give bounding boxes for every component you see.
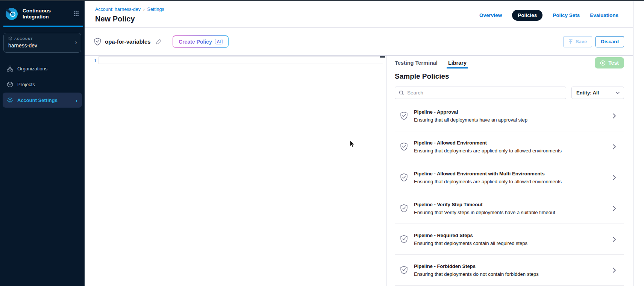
policy-list: Pipeline - Approval Ensuring that all de… (395, 100, 624, 286)
search-icon (399, 90, 404, 96)
product-name-line2: Integration (23, 14, 74, 20)
sidebar: Continuous Integration ACCOUNT harness-d… (0, 0, 85, 286)
sidebar-item-label: Projects (17, 82, 35, 87)
search-box[interactable] (395, 87, 566, 99)
account-name: harness-dev (8, 43, 76, 49)
policy-title: Pipeline - Verify Step Timeout (414, 202, 555, 207)
chevron-down-icon (615, 91, 620, 94)
tab-policy-sets[interactable]: Policy Sets (553, 12, 580, 18)
create-policy-button[interactable]: Create Policy AI (173, 35, 229, 48)
discard-button[interactable]: Discard (596, 36, 624, 47)
policy-texts: Pipeline - Required Steps Ensuring that … (414, 233, 527, 246)
policy-description: Ensuring that Verify steps in deployment… (414, 210, 555, 215)
policy-description: Ensuring that deployments contain all re… (414, 240, 527, 246)
policy-code-editor[interactable]: 1 (85, 56, 386, 286)
policy-texts: Pipeline - Approval Ensuring that all de… (414, 109, 527, 123)
policy-description: Ensuring that deployments do not contain… (414, 271, 539, 277)
policy-title: Pipeline - Allowed Environment with Mult… (414, 171, 562, 176)
editor-current-line[interactable] (98, 56, 383, 64)
module-switcher-icon[interactable] (74, 11, 79, 17)
policy-shield-icon (400, 204, 408, 213)
policy-toolbar: opa-for-variables Create Policy AI (85, 28, 633, 56)
sample-policies-heading: Sample Policies (395, 72, 624, 82)
app-root: Continuous Integration ACCOUNT harness-d… (0, 0, 644, 286)
create-policy-label: Create Policy (179, 39, 212, 45)
product-name-line1: Continuous (23, 8, 74, 14)
policy-list-item[interactable]: Pipeline - Required Steps Ensuring that … (395, 224, 624, 255)
chevron-right-icon: › (75, 39, 77, 46)
projects-icon (7, 81, 13, 88)
policy-texts: Pipeline - Allowed Environment Ensuring … (414, 140, 562, 154)
entity-filter-value: Entity: All (576, 90, 599, 96)
policy-texts: Pipeline - Verify Step Timeout Ensuring … (414, 202, 555, 215)
policy-list-item[interactable]: Pipeline - Allowed Environment with Mult… (395, 162, 624, 193)
breadcrumb-account-link[interactable]: Account: harness-dev (95, 7, 141, 12)
policy-description: Ensuring that all deployments have an ap… (414, 117, 527, 123)
sidebar-item-label: Account Settings (17, 97, 58, 103)
search-input[interactable] (407, 90, 562, 96)
chevron-right-icon[interactable] (606, 267, 623, 273)
test-button[interactable]: Test (595, 57, 624, 68)
content-row: 1 Testing Terminal Library Test (85, 56, 633, 286)
policy-list-item[interactable]: Pipeline - Verify Step Timeout Ensuring … (395, 193, 624, 224)
policy-title: Pipeline - Required Steps (414, 233, 527, 238)
policy-shield-icon (400, 142, 408, 151)
breadcrumb-separator: › (143, 7, 145, 12)
sidebar-header: Continuous Integration (0, 0, 85, 26)
sidebar-nav: Organizations Projects (0, 61, 85, 108)
filter-row: Entity: All (395, 87, 624, 99)
chevron-right-icon[interactable] (606, 113, 623, 119)
account-selector[interactable]: ACCOUNT harness-dev › (3, 33, 81, 53)
policy-description: Ensuring that deployments are applied on… (414, 179, 562, 184)
sidebar-item-organizations[interactable]: Organizations (3, 61, 82, 76)
policy-texts: Pipeline - Forbidden Steps Ensuring that… (414, 263, 539, 277)
policy-list-item[interactable]: Pipeline - Approval Ensuring that all de… (395, 100, 624, 131)
tab-policies[interactable]: Policies (512, 10, 542, 21)
policy-name: opa-for-variables (105, 38, 151, 45)
breadcrumb-settings-link[interactable]: Settings (147, 7, 164, 12)
edit-pencil-icon[interactable] (156, 38, 162, 45)
account-scope-icon (8, 37, 12, 41)
save-label: Save (576, 39, 587, 44)
entity-filter-dropdown[interactable]: Entity: All (571, 87, 624, 99)
save-button[interactable]: Save (563, 36, 592, 47)
window-top-strip (0, 0, 644, 1)
policy-shield-icon (400, 173, 408, 182)
organizations-icon (7, 65, 13, 72)
policy-shield-icon (400, 266, 408, 274)
main-area: Account: harness-dev › Settings New Poli… (85, 0, 633, 286)
module-accent-bar (3, 26, 83, 27)
tab-testing-terminal[interactable]: Testing Terminal (395, 60, 438, 66)
policy-shield-icon (400, 111, 408, 120)
sidebar-item-account-settings[interactable]: Account Settings › (3, 93, 82, 108)
panel-tabs: Testing Terminal Library Test (395, 56, 624, 70)
chevron-right-icon[interactable] (606, 236, 623, 242)
policy-title: Pipeline - Forbidden Steps (414, 263, 539, 269)
test-label: Test (608, 60, 619, 66)
tab-library[interactable]: Library (448, 60, 467, 66)
sidebar-item-label: Organizations (17, 66, 47, 72)
tab-evaluations[interactable]: Evaluations (590, 12, 618, 18)
tab-overview[interactable]: Overview (479, 12, 502, 18)
policy-title: Pipeline - Allowed Environment (414, 140, 562, 146)
account-label: ACCOUNT (14, 37, 33, 41)
gear-icon (7, 97, 13, 103)
editor-line-number: 1 (85, 58, 97, 63)
policy-shield-icon (94, 38, 101, 46)
chevron-right-icon[interactable] (606, 175, 623, 181)
policy-list-item[interactable]: Pipeline - Allowed Environment Ensuring … (395, 131, 624, 162)
chevron-right-icon[interactable] (606, 205, 623, 211)
upload-icon (568, 39, 573, 44)
policy-title: Pipeline - Approval (414, 109, 527, 115)
chevron-right-icon[interactable] (606, 144, 623, 150)
policy-texts: Pipeline - Allowed Environment with Mult… (414, 171, 562, 184)
header-tabs: Overview Policies Policy Sets Evaluation… (479, 10, 618, 21)
ai-badge: AI (215, 39, 223, 44)
policy-list-item[interactable]: Pipeline - Forbidden Steps Ensuring that… (395, 255, 624, 286)
product-name: Continuous Integration (23, 8, 74, 20)
sidebar-item-projects[interactable]: Projects (3, 77, 82, 92)
policy-description: Ensuring that deployments are applied on… (414, 148, 562, 154)
harness-ci-logo[interactable] (5, 8, 18, 20)
scrollbar-gutter[interactable] (633, 0, 644, 286)
discard-label: Discard (601, 39, 619, 44)
